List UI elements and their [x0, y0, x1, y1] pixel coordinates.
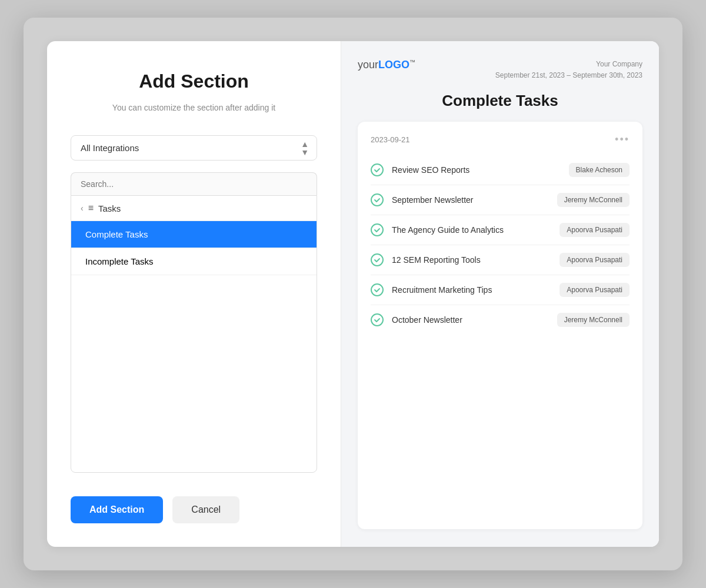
assignee-badge: Apoorva Pusapati — [560, 283, 630, 297]
check-icon — [371, 313, 384, 326]
section-list: ‹ ≡ Tasks Complete Tasks Incomplete Task… — [71, 195, 317, 473]
assignee-badge: Blake Acheson — [569, 163, 630, 177]
task-name: Review SEO Reports — [392, 165, 469, 175]
complete-tasks-label: Complete Tasks — [85, 229, 148, 239]
cancel-button[interactable]: Cancel — [172, 496, 239, 523]
check-icon — [371, 253, 384, 266]
task-name: October Newsletter — [392, 315, 462, 325]
task-row: Recruitment Marketing Tips Apoorva Pusap… — [371, 275, 630, 305]
task-date: 2023-09-21 — [371, 135, 410, 144]
logo-bold: LOGO — [378, 59, 409, 71]
incomplete-tasks-label: Incomplete Tasks — [85, 256, 154, 266]
left-panel: Add Section You can customize the sectio… — [47, 41, 341, 547]
search-wrapper[interactable] — [71, 172, 317, 195]
task-name: 12 SEM Reporting Tools — [392, 255, 481, 265]
task-more-button[interactable]: ••• — [615, 133, 630, 146]
right-panel: yourLOGO™ Your Company September 21st, 2… — [341, 41, 659, 547]
back-arrow-icon: ‹ — [81, 203, 84, 213]
task-row: Review SEO Reports Blake Acheson — [371, 155, 630, 185]
tasks-container: Review SEO Reports Blake Acheson Septemb… — [371, 155, 630, 335]
integration-dropdown-wrapper[interactable]: All Integrations Google Analytics HubSpo… — [71, 135, 317, 161]
task-row: 12 SEM Reporting Tools Apoorva Pusapati — [371, 245, 630, 275]
company-info: Your Company September 21st, 2023 – Sept… — [495, 59, 642, 81]
task-left: The Agency Guide to Analytics — [371, 223, 504, 236]
assignee-badge: Apoorva Pusapati — [560, 253, 630, 267]
list-item-incomplete-tasks[interactable]: Incomplete Tasks — [71, 248, 317, 275]
task-row: The Agency Guide to Analytics Apoorva Pu… — [371, 215, 630, 245]
page-title: Add Section — [71, 71, 317, 92]
assignee-badge: Jeremy McConnell — [557, 313, 630, 327]
task-left: Recruitment Marketing Tips — [371, 283, 492, 296]
search-input[interactable] — [71, 172, 317, 195]
check-icon — [371, 193, 384, 206]
logo: yourLOGO™ — [358, 59, 415, 71]
assignee-badge: Jeremy McConnell — [557, 193, 630, 207]
task-card: 2023-09-21 ••• Review SEO Reports Blake … — [358, 122, 642, 529]
task-left: Review SEO Reports — [371, 163, 469, 176]
task-name: Recruitment Marketing Tips — [392, 285, 492, 295]
report-title: Complete Tasks — [358, 92, 642, 110]
logo-tm: ™ — [409, 59, 415, 65]
task-left: 12 SEM Reporting Tools — [371, 253, 481, 266]
list-item-complete-tasks[interactable]: Complete Tasks — [71, 221, 317, 248]
assignee-badge: Apoorva Pusapati — [560, 223, 630, 237]
section-list-empty-area — [71, 275, 317, 322]
check-icon — [371, 283, 384, 296]
date-range: September 21st, 2023 – September 30th, 2… — [495, 70, 642, 81]
section-list-header[interactable]: ‹ ≡ Tasks — [71, 196, 317, 221]
list-icon: ≡ — [88, 203, 94, 213]
task-row: October Newsletter Jeremy McConnell — [371, 305, 630, 335]
section-list-header-label: Tasks — [98, 203, 121, 213]
task-name: September Newsletter — [392, 195, 474, 205]
add-section-button[interactable]: Add Section — [71, 496, 163, 523]
task-left: September Newsletter — [371, 193, 474, 206]
panel-subtitle: You can customize the section after addi… — [71, 102, 317, 114]
outer-wrapper: Add Section You can customize the sectio… — [24, 18, 682, 570]
logo-regular: your — [358, 59, 378, 71]
report-header: yourLOGO™ Your Company September 21st, 2… — [358, 59, 642, 81]
main-card: Add Section You can customize the sectio… — [47, 41, 659, 547]
task-row: September Newsletter Jeremy McConnell — [371, 185, 630, 215]
check-icon — [371, 223, 384, 236]
task-left: October Newsletter — [371, 313, 462, 326]
task-card-header: 2023-09-21 ••• — [371, 133, 630, 146]
task-name: The Agency Guide to Analytics — [392, 225, 504, 235]
company-name: Your Company — [495, 59, 642, 70]
check-icon — [371, 163, 384, 176]
button-row: Add Section Cancel — [71, 496, 317, 523]
integration-dropdown[interactable]: All Integrations Google Analytics HubSpo… — [71, 135, 317, 161]
